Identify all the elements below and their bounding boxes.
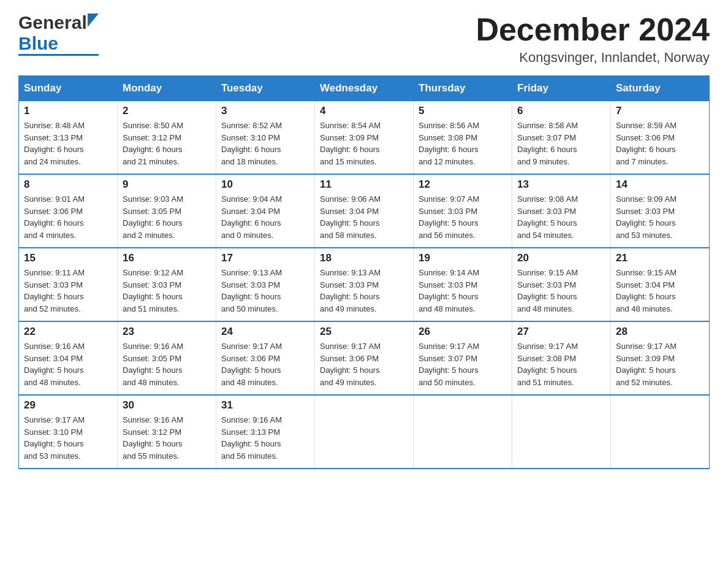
day-info: Sunrise: 9:17 AM Sunset: 3:07 PM Dayligh…: [419, 340, 507, 388]
day-number: 23: [123, 326, 211, 338]
title-section: December 2024 Kongsvinger, Innlandet, No…: [476, 12, 710, 66]
day-info: Sunrise: 9:15 AM Sunset: 3:03 PM Dayligh…: [517, 267, 605, 315]
calendar-cell: 2Sunrise: 8:50 AM Sunset: 3:12 PM Daylig…: [118, 101, 216, 175]
calendar-cell: 28Sunrise: 9:17 AM Sunset: 3:09 PM Dayli…: [611, 321, 710, 395]
day-number: 13: [517, 178, 605, 191]
calendar-cell: 20Sunrise: 9:15 AM Sunset: 3:03 PM Dayli…: [512, 248, 611, 321]
calendar-cell: 21Sunrise: 9:15 AM Sunset: 3:04 PM Dayli…: [611, 248, 710, 321]
col-header-thursday: Thursday: [414, 76, 512, 101]
day-info: Sunrise: 9:14 AM Sunset: 3:03 PM Dayligh…: [419, 267, 507, 315]
calendar-cell: 23Sunrise: 9:16 AM Sunset: 3:05 PM Dayli…: [118, 321, 216, 395]
day-info: Sunrise: 9:16 AM Sunset: 3:04 PM Dayligh…: [24, 340, 112, 388]
day-number: 5: [419, 105, 507, 117]
day-number: 20: [517, 252, 605, 264]
calendar-cell: 8Sunrise: 9:01 AM Sunset: 3:06 PM Daylig…: [19, 174, 118, 248]
day-number: 11: [320, 178, 408, 191]
calendar-cell: 18Sunrise: 9:13 AM Sunset: 3:03 PM Dayli…: [315, 248, 414, 321]
day-info: Sunrise: 9:17 AM Sunset: 3:06 PM Dayligh…: [320, 340, 408, 388]
day-info: Sunrise: 9:09 AM Sunset: 3:03 PM Dayligh…: [616, 193, 704, 241]
day-number: 28: [616, 326, 704, 338]
day-number: 24: [221, 326, 309, 338]
col-header-saturday: Saturday: [611, 76, 710, 101]
day-number: 31: [221, 399, 309, 412]
col-header-friday: Friday: [512, 76, 611, 101]
calendar-cell: 3Sunrise: 8:52 AM Sunset: 3:10 PM Daylig…: [216, 101, 315, 175]
day-number: 17: [221, 252, 309, 264]
day-info: Sunrise: 9:01 AM Sunset: 3:06 PM Dayligh…: [24, 193, 112, 241]
month-title: December 2024: [476, 12, 710, 47]
day-info: Sunrise: 9:06 AM Sunset: 3:04 PM Dayligh…: [320, 193, 408, 241]
calendar-table: SundayMondayTuesdayWednesdayThursdayFrid…: [18, 75, 710, 469]
day-info: Sunrise: 9:16 AM Sunset: 3:05 PM Dayligh…: [123, 340, 211, 388]
day-number: 29: [24, 399, 112, 412]
calendar-cell: 29Sunrise: 9:17 AM Sunset: 3:10 PM Dayli…: [19, 395, 118, 469]
svg-marker-0: [88, 13, 99, 27]
logo-general-text: General: [18, 12, 87, 33]
day-info: Sunrise: 9:04 AM Sunset: 3:04 PM Dayligh…: [221, 193, 309, 241]
calendar-week-row: 29Sunrise: 9:17 AM Sunset: 3:10 PM Dayli…: [19, 395, 710, 469]
page-header: General Blue December 2024 Kongsvinger, …: [18, 12, 710, 66]
day-info: Sunrise: 9:03 AM Sunset: 3:05 PM Dayligh…: [123, 193, 211, 241]
logo: General Blue: [18, 12, 99, 56]
calendar-cell: 19Sunrise: 9:14 AM Sunset: 3:03 PM Dayli…: [414, 248, 512, 321]
calendar-cell: [414, 395, 512, 469]
calendar-cell: 9Sunrise: 9:03 AM Sunset: 3:05 PM Daylig…: [118, 174, 216, 248]
calendar-cell: 6Sunrise: 8:58 AM Sunset: 3:07 PM Daylig…: [512, 101, 611, 175]
day-info: Sunrise: 9:17 AM Sunset: 3:10 PM Dayligh…: [24, 414, 112, 462]
day-number: 15: [24, 252, 112, 264]
calendar-cell: 4Sunrise: 8:54 AM Sunset: 3:09 PM Daylig…: [315, 101, 414, 175]
calendar-cell: 13Sunrise: 9:08 AM Sunset: 3:03 PM Dayli…: [512, 174, 611, 248]
day-number: 19: [419, 252, 507, 264]
day-number: 21: [616, 252, 704, 264]
day-number: 8: [24, 178, 112, 191]
day-number: 16: [123, 252, 211, 264]
day-info: Sunrise: 9:12 AM Sunset: 3:03 PM Dayligh…: [123, 267, 211, 315]
calendar-cell: 27Sunrise: 9:17 AM Sunset: 3:08 PM Dayli…: [512, 321, 611, 395]
day-number: 18: [320, 252, 408, 264]
day-number: 12: [419, 178, 507, 191]
calendar-header-row: SundayMondayTuesdayWednesdayThursdayFrid…: [19, 76, 710, 101]
logo-triangle-icon: [88, 13, 99, 27]
calendar-cell: 31Sunrise: 9:16 AM Sunset: 3:13 PM Dayli…: [216, 395, 315, 469]
calendar-week-row: 8Sunrise: 9:01 AM Sunset: 3:06 PM Daylig…: [19, 174, 710, 248]
calendar-cell: 22Sunrise: 9:16 AM Sunset: 3:04 PM Dayli…: [19, 321, 118, 395]
calendar-cell: 26Sunrise: 9:17 AM Sunset: 3:07 PM Dayli…: [414, 321, 512, 395]
day-number: 30: [123, 399, 211, 412]
col-header-monday: Monday: [118, 76, 216, 101]
calendar-cell: 7Sunrise: 8:59 AM Sunset: 3:06 PM Daylig…: [611, 101, 710, 175]
day-number: 9: [123, 178, 211, 191]
day-number: 26: [419, 326, 507, 338]
day-number: 7: [616, 105, 704, 117]
day-number: 25: [320, 326, 408, 338]
day-info: Sunrise: 8:58 AM Sunset: 3:07 PM Dayligh…: [517, 120, 605, 167]
day-info: Sunrise: 8:48 AM Sunset: 3:13 PM Dayligh…: [24, 120, 112, 167]
calendar-cell: 5Sunrise: 8:56 AM Sunset: 3:08 PM Daylig…: [414, 101, 512, 175]
calendar-cell: 24Sunrise: 9:17 AM Sunset: 3:06 PM Dayli…: [216, 321, 315, 395]
day-number: 2: [123, 105, 211, 117]
logo-blue-text: Blue: [18, 33, 58, 54]
calendar-cell: 12Sunrise: 9:07 AM Sunset: 3:03 PM Dayli…: [414, 174, 512, 248]
day-info: Sunrise: 9:11 AM Sunset: 3:03 PM Dayligh…: [24, 267, 112, 315]
calendar-week-row: 1Sunrise: 8:48 AM Sunset: 3:13 PM Daylig…: [19, 101, 710, 175]
calendar-cell: 14Sunrise: 9:09 AM Sunset: 3:03 PM Dayli…: [611, 174, 710, 248]
day-info: Sunrise: 8:54 AM Sunset: 3:09 PM Dayligh…: [320, 120, 408, 167]
day-number: 4: [320, 105, 408, 117]
col-header-sunday: Sunday: [19, 76, 118, 101]
day-info: Sunrise: 9:16 AM Sunset: 3:13 PM Dayligh…: [221, 414, 309, 462]
calendar-cell: 1Sunrise: 8:48 AM Sunset: 3:13 PM Daylig…: [19, 101, 118, 175]
calendar-cell: 11Sunrise: 9:06 AM Sunset: 3:04 PM Dayli…: [315, 174, 414, 248]
location-text: Kongsvinger, Innlandet, Norway: [476, 50, 710, 66]
day-info: Sunrise: 8:52 AM Sunset: 3:10 PM Dayligh…: [221, 120, 309, 167]
calendar-week-row: 15Sunrise: 9:11 AM Sunset: 3:03 PM Dayli…: [19, 248, 710, 321]
day-info: Sunrise: 9:17 AM Sunset: 3:06 PM Dayligh…: [221, 340, 309, 388]
day-info: Sunrise: 9:08 AM Sunset: 3:03 PM Dayligh…: [517, 193, 605, 241]
calendar-cell: 15Sunrise: 9:11 AM Sunset: 3:03 PM Dayli…: [19, 248, 118, 321]
day-info: Sunrise: 9:17 AM Sunset: 3:08 PM Dayligh…: [517, 340, 605, 388]
day-number: 3: [221, 105, 309, 117]
calendar-week-row: 22Sunrise: 9:16 AM Sunset: 3:04 PM Dayli…: [19, 321, 710, 395]
day-info: Sunrise: 8:59 AM Sunset: 3:06 PM Dayligh…: [616, 120, 704, 167]
calendar-cell: [611, 395, 710, 469]
calendar-cell: [315, 395, 414, 469]
day-info: Sunrise: 9:13 AM Sunset: 3:03 PM Dayligh…: [320, 267, 408, 315]
day-number: 6: [517, 105, 605, 117]
